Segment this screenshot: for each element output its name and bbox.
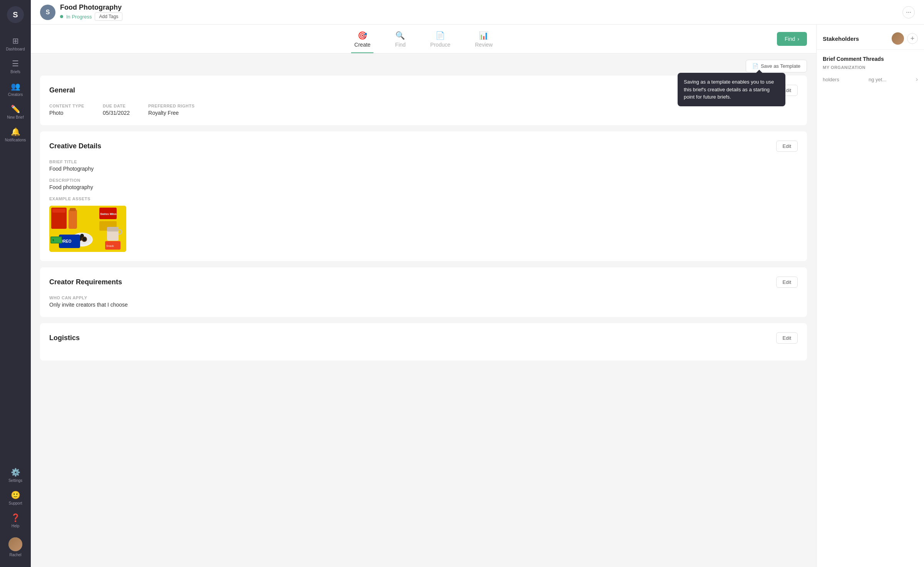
tab-create-label: Create — [354, 42, 370, 48]
save-template-button[interactable]: 📄 Save as Template — [746, 60, 807, 72]
more-options-button[interactable]: ··· — [902, 6, 915, 18]
brief-title-field: BRIEF TITLE Food Photography — [49, 159, 798, 172]
svg-rect-18 — [107, 227, 119, 231]
brief-title-value: Food Photography — [49, 166, 798, 172]
svg-rect-4 — [70, 208, 76, 211]
sidebar-item-label: Creators — [8, 92, 23, 97]
tab-create[interactable]: 🎯 Create — [351, 25, 373, 53]
who-can-apply-label: WHO CAN APPLY — [49, 295, 798, 300]
avatar — [8, 537, 22, 551]
sidebar-item-label: Settings — [8, 478, 22, 483]
tabs-bar: 🎯 Create 🔍 Find 📄 Produce 📊 Review Find — [31, 25, 816, 54]
svg-rect-3 — [69, 210, 77, 229]
logistics-section: Logistics Edit — [40, 323, 807, 361]
creator-requirements-title: Creator Requirements — [49, 278, 122, 286]
due-date-value: 05/31/2022 — [103, 110, 130, 116]
save-template-icon: 📄 — [752, 63, 758, 69]
sidebar-item-support[interactable]: 🙂 Support — [0, 486, 31, 509]
content-type-field: CONTENT TYPE Photo — [49, 104, 84, 116]
sidebar-item-settings[interactable]: ⚙️ Settings — [0, 464, 31, 486]
due-date-label: DUE DATE — [103, 104, 130, 108]
logistics-edit-button[interactable]: Edit — [776, 332, 798, 344]
user-name-label: Rachel — [9, 553, 21, 557]
comment-item: holders ng yet... › — [823, 73, 918, 86]
tab-find[interactable]: 🔍 Find — [392, 25, 408, 53]
description-field: DESCRIPTION Food photography — [49, 178, 798, 190]
status-badge: In Progress — [66, 14, 92, 20]
sidebar-item-notifications[interactable]: 🔔 Notifications — [0, 123, 31, 146]
svg-text:Snack: Snack — [106, 245, 114, 247]
creator-requirements-edit-button[interactable]: Edit — [776, 277, 798, 288]
sidebar-item-label: Briefs — [10, 70, 20, 74]
status-dot — [60, 15, 63, 18]
sidebar-item-label: Dashboard — [6, 47, 25, 51]
main-wrapper: S Food Photography In Progress Add Tags … — [31, 0, 924, 567]
new-brief-icon: ✏️ — [11, 104, 20, 114]
brief-avatar-letter: S — [46, 9, 50, 16]
content-type-label: CONTENT TYPE — [49, 104, 84, 108]
preferred-rights-label: PREFERRED RIGHTS — [148, 104, 194, 108]
find-tab-icon: 🔍 — [395, 31, 405, 40]
tab-find-label: Find — [395, 42, 405, 48]
create-tab-icon: 🎯 — [358, 31, 367, 40]
no-comments-text: ng yet... — [869, 77, 886, 82]
chevron-right-icon[interactable]: › — [916, 76, 918, 83]
brief-avatar: S — [40, 5, 55, 20]
add-stakeholder-button[interactable]: + — [907, 33, 918, 44]
header-title-block: Food Photography In Progress Add Tags — [60, 3, 122, 21]
page-title: Food Photography — [60, 3, 122, 12]
svg-text:Swiss Miss: Swiss Miss — [100, 212, 117, 216]
sidebar-item-label: New Brief — [7, 115, 23, 119]
save-template-label: Save as Template — [761, 63, 800, 69]
who-can-apply-value: Only invite creators that I choose — [49, 302, 798, 308]
content-area: 🎯 Create 🔍 Find 📄 Produce 📊 Review Find — [31, 25, 924, 567]
header-meta: In Progress Add Tags — [60, 12, 122, 21]
creative-details-section: Creative Details Edit BRIEF TITLE Food P… — [40, 131, 807, 261]
more-icon: ··· — [906, 9, 911, 16]
produce-tab-icon: 📄 — [435, 31, 445, 40]
comment-threads-section: Brief Comment Threads MY ORGANIZATION ho… — [817, 50, 924, 92]
toolbar: 📄 Save as Template Saving as a template … — [31, 54, 816, 75]
sidebar-item-help[interactable]: ❓ Help — [0, 509, 31, 532]
content-main: 🎯 Create 🔍 Find 📄 Produce 📊 Review Find — [31, 25, 816, 567]
add-tags-button[interactable]: Add Tags — [95, 12, 122, 21]
dashboard-icon: ⊞ — [12, 36, 19, 45]
comment-threads-title: Brief Comment Threads — [823, 56, 918, 62]
svg-point-13 — [82, 237, 86, 241]
tab-produce-label: Produce — [430, 42, 450, 48]
creator-requirements-header: Creator Requirements Edit — [49, 277, 798, 288]
find-button-arrow: › — [797, 36, 799, 42]
help-icon: ❓ — [11, 513, 20, 522]
example-assets-label: EXAMPLE ASSETS — [49, 196, 798, 201]
user-profile[interactable]: Rachel — [0, 532, 31, 561]
creator-requirements-section: Creator Requirements Edit WHO CAN APPLY … — [40, 267, 807, 317]
preferred-rights-field: PREFERRED RIGHTS Royalty Free — [148, 104, 194, 116]
sidebar-item-new-brief[interactable]: ✏️ New Brief — [0, 101, 31, 123]
support-icon: 🙂 — [11, 490, 20, 500]
find-button-label: Find — [785, 36, 795, 42]
sidebar-item-label: Help — [12, 524, 20, 528]
creative-details-title: Creative Details — [49, 142, 101, 150]
svg-rect-2 — [52, 209, 65, 213]
sidebar-item-label: Support — [8, 501, 22, 505]
stakeholders-text: holders — [823, 77, 839, 82]
tab-produce[interactable]: 📄 Produce — [427, 25, 454, 53]
sidebar-item-creators[interactable]: 👥 Creators — [0, 78, 31, 101]
review-tab-icon: 📊 — [479, 31, 489, 40]
logistics-section-title: Logistics — [49, 334, 80, 342]
briefs-icon: ☰ — [12, 59, 19, 68]
find-button[interactable]: Find › — [777, 32, 807, 46]
stakeholders-title: Stakeholders — [823, 35, 859, 42]
food-collage-svg: Swiss Miss — [49, 206, 126, 252]
creative-details-edit-button[interactable]: Edit — [776, 141, 798, 152]
sidebar-item-label: Notifications — [5, 138, 26, 142]
due-date-field: DUE DATE 05/31/2022 — [103, 104, 130, 116]
sidebar-logo[interactable]: S — [7, 6, 24, 23]
add-icon: + — [911, 35, 915, 43]
tab-review[interactable]: 📊 Review — [472, 25, 496, 53]
sidebar-item-dashboard[interactable]: ⊞ Dashboard — [0, 32, 31, 55]
org-label: MY ORGANIZATION — [823, 65, 918, 70]
settings-icon: ⚙️ — [11, 468, 20, 477]
sidebar-item-briefs[interactable]: ☰ Briefs — [0, 55, 31, 78]
general-section-title: General — [49, 86, 75, 94]
